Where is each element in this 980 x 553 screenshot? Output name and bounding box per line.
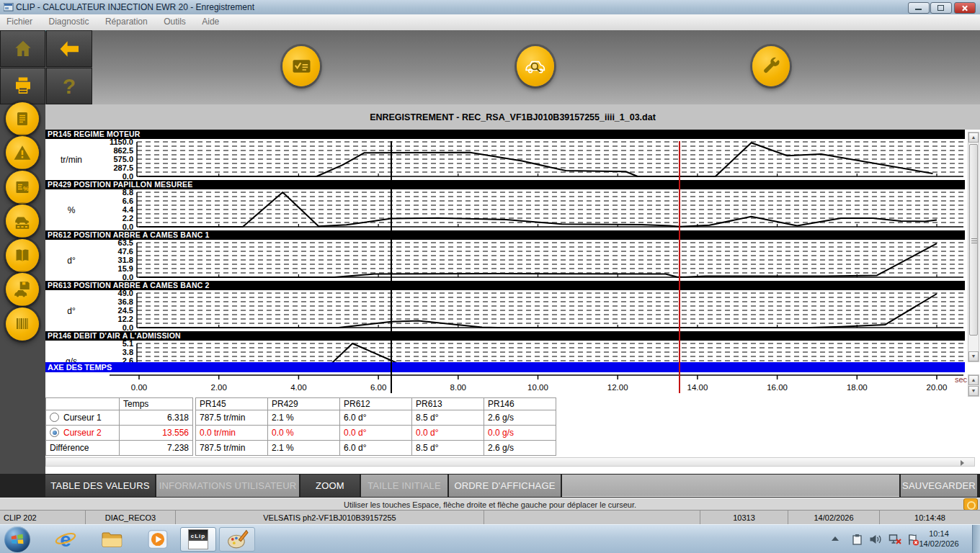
home-icon (12, 38, 34, 60)
report-button[interactable] (6, 102, 39, 135)
tray-network[interactable] (888, 534, 902, 549)
cursor2-temps: 13.556 (120, 426, 193, 441)
save-vehicle-button[interactable] (6, 273, 39, 306)
menu-fichier[interactable]: Fichier (0, 14, 39, 29)
svg-text:6.00: 6.00 (370, 383, 386, 392)
table-cell: 2.6 g/s (484, 410, 556, 426)
svg-text:24.5: 24.5 (118, 306, 133, 315)
table-des-valeurs-button[interactable]: TABLE DES VALEURS (45, 475, 155, 497)
vehicle-ecu-button[interactable] (6, 204, 39, 238)
help-button[interactable]: ? (46, 68, 92, 104)
help-icon: ? (63, 74, 76, 99)
print-button[interactable] (0, 68, 45, 104)
windows-taskbar: e cLip (0, 524, 980, 553)
sauvegarder-button[interactable]: SAUVEGARDER (901, 475, 977, 497)
chart-title-pr612: PR612 POSITION ARBRE A CAMES BANC 1 (45, 230, 965, 240)
speaker-icon (869, 534, 882, 545)
svg-text:862.5: 862.5 (113, 146, 133, 155)
status-empty (484, 511, 700, 524)
cursor1-label-cell: Curseur 1 (46, 410, 120, 426)
cursor-1-line[interactable] (391, 141, 392, 393)
chart-title-pr429: PR429 POSITION PAPILLON MESUREE (45, 180, 965, 189)
svg-text:10.00: 10.00 (527, 383, 548, 392)
cursor2-label: Curseur 2 (63, 428, 102, 438)
taskbar-explorer[interactable] (99, 528, 124, 551)
svg-text:47.6: 47.6 (118, 247, 133, 256)
taskbar-internet-explorer[interactable]: e (53, 528, 78, 551)
cursor1-radio[interactable] (50, 413, 59, 422)
axis-scrollbar[interactable]: ▲ ▼ (968, 374, 979, 397)
action-bar-filler (562, 475, 899, 497)
checklist-button[interactable] (282, 46, 320, 86)
show-desktop-button[interactable] (972, 525, 980, 553)
svg-text:4.00: 4.00 (290, 383, 306, 392)
svg-text:14.00: 14.00 (687, 383, 708, 392)
scroll-right-icon[interactable] (961, 460, 964, 466)
table-horizontal-scrollbar[interactable] (45, 457, 975, 467)
charts-vertical-scrollbar[interactable]: ▲ ▼ (968, 132, 979, 362)
status-code: 10313 (700, 511, 788, 524)
action-bar: TABLE DES VALEURS INFORMATIONS UTILISATE… (0, 474, 980, 498)
vehicle-diagnostic-button[interactable] (517, 46, 554, 86)
tray-volume[interactable] (869, 534, 882, 548)
chart-plot-pr612: 63.547.631.815.90.0d° (45, 240, 980, 281)
zoom-button[interactable]: ZOOM (300, 475, 360, 497)
scrollbar-thumb[interactable] (969, 144, 978, 336)
warning-button[interactable] (6, 136, 39, 169)
menu-bar: Fichier Diagnostic Réparation Outils Aid… (0, 14, 980, 32)
cursor2-label-cell: Curseur 2 (46, 426, 120, 441)
windows-logo-icon (10, 532, 24, 547)
barcode-button[interactable] (6, 307, 39, 341)
repair-button[interactable] (752, 46, 790, 86)
svg-text:sec: sec (955, 375, 968, 384)
svg-text:6.6: 6.6 (122, 197, 133, 205)
vehicle-diagnostic-icon (525, 57, 546, 76)
ordre-d-affichage-button[interactable]: ORDRE D'AFFICHAGE (449, 475, 561, 497)
cursor-table-left: Temps Curseur 1 6.318 Curseur 2 13.556 D… (45, 397, 193, 456)
taskbar-media-player[interactable] (146, 528, 170, 551)
close-button[interactable] (954, 2, 976, 14)
pr429-header: PR429 (268, 398, 340, 410)
pr145-header: PR145 (196, 398, 268, 410)
svg-text:0.00: 0.00 (131, 383, 147, 392)
taskbar-clip-app[interactable]: cLip (180, 527, 216, 552)
axis-scroll-up-icon[interactable]: ▲ (968, 375, 979, 385)
svg-text:tr/min: tr/min (61, 155, 82, 165)
informations-utilisateur-button: INFORMATIONS UTILISATEUR (156, 475, 299, 497)
clock-date: 14/02/2026 (911, 539, 967, 549)
folder-icon (101, 530, 123, 549)
time-axis: 0.002.004.006.008.0010.0012.0014.0016.00… (45, 372, 980, 397)
scroll-down-icon[interactable]: ▼ (968, 351, 979, 361)
svg-text:8.00: 8.00 (450, 383, 466, 392)
menu-aide[interactable]: Aide (195, 14, 226, 29)
minimize-button[interactable] (908, 2, 930, 14)
restore-button[interactable] (930, 2, 952, 14)
menu-outils[interactable]: Outils (157, 14, 192, 29)
svg-text:31.8: 31.8 (118, 256, 133, 264)
cursor-2-line[interactable] (679, 141, 680, 393)
axis-scroll-down-icon[interactable]: ▼ (968, 386, 979, 396)
window-title: CLIP - CALCULATEUR INJECTION EWR 20 - En… (16, 2, 254, 12)
menu-reparation[interactable]: Réparation (99, 14, 154, 29)
svg-text:20.00: 20.00 (927, 383, 948, 392)
table-cell: 0.0 d° (340, 426, 412, 441)
cursor2-radio[interactable] (50, 428, 59, 437)
show-hidden-icons[interactable] (832, 536, 839, 541)
pr613-header: PR613 (412, 398, 484, 410)
measurements-button[interactable]: % (6, 171, 39, 204)
measurements-icon: % (14, 179, 31, 196)
home-button[interactable] (0, 30, 45, 67)
svg-text:4.4: 4.4 (122, 205, 134, 214)
chart-plot-pr429: 8.86.64.42.20.0% (45, 189, 980, 230)
svg-text:287.5: 287.5 (113, 163, 133, 172)
manual-button[interactable] (6, 239, 39, 272)
charts-panel: PR145 REGIME MOTEUR 1150.0862.5575.0287.… (45, 130, 980, 397)
start-button[interactable] (4, 526, 30, 552)
scroll-up-icon[interactable]: ▲ (968, 132, 979, 143)
tray-clipboard[interactable] (851, 534, 863, 549)
menu-diagnostic[interactable]: Diagnostic (42, 14, 95, 29)
save-vehicle-icon (13, 280, 32, 299)
taskbar-clock[interactable]: 10:14 14/02/2026 (911, 529, 967, 549)
back-button[interactable] (46, 30, 92, 67)
taskbar-paint[interactable] (219, 527, 255, 552)
